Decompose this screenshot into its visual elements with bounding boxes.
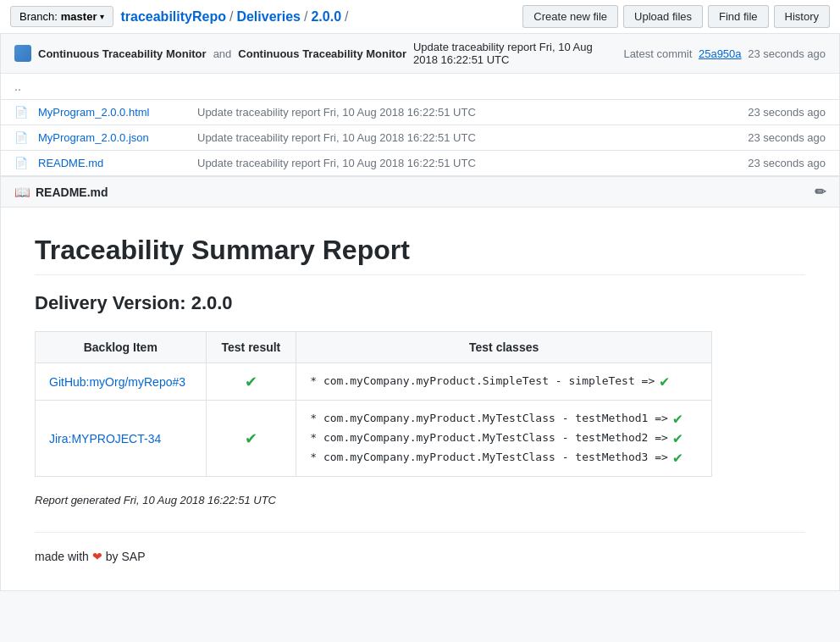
top-bar: Branch: master ▾ traceabilityRepo / Deli… [0, 0, 840, 34]
branch-selector[interactable]: Branch: master ▾ [10, 6, 113, 27]
col-header-test-result: Test result [206, 332, 296, 363]
test-classes-1: * com.myCompany.myProduct.SimpleTest - s… [296, 363, 712, 401]
edit-icon[interactable]: ✏ [815, 184, 826, 200]
made-with-text: made with [35, 550, 89, 563]
list-item: 📄 MyProgram_2.0.0.html Update traceabili… [1, 100, 839, 125]
breadcrumb-dir2[interactable]: 2.0.0 [311, 9, 341, 25]
col-header-backlog: Backlog Item [36, 332, 207, 363]
report-footer: Report generated Fri, 10 Aug 2018 16:22:… [35, 494, 805, 506]
breadcrumb-repo[interactable]: traceabilityRepo [120, 9, 225, 25]
commit-and: and [213, 47, 232, 60]
commit-authors-2: Continuous Traceability Monitor [238, 47, 406, 60]
commit-message: Update traceability report Fri, 10 Aug 2… [413, 41, 616, 66]
breadcrumb-sep2: / [304, 9, 307, 25]
checkmark-icon-m1: ✔ [673, 409, 682, 427]
history-button[interactable]: History [774, 5, 830, 28]
table-row: GitHub:myOrg/myRepo#3 ✔ * com.myCompany.… [36, 363, 712, 401]
latest-commit-label: Latest commit 25a950a 23 seconds ago [623, 47, 826, 60]
backlog-link-2[interactable]: Jira:MYPROJECT-34 [49, 432, 161, 446]
file-icon: 📄 [14, 106, 28, 119]
readme-header: 📖 README.md ✏ [1, 176, 839, 208]
latest-label: Latest commit [623, 47, 692, 60]
parent-dir-label: .. [14, 80, 21, 93]
breadcrumb-sep3: / [345, 9, 348, 25]
toolbar: Create new file Upload files Find file H… [522, 5, 830, 28]
list-item: 📄 MyProgram_2.0.0.json Update traceabili… [1, 125, 839, 151]
file-name-json[interactable]: MyProgram_2.0.0.json [38, 131, 191, 144]
breadcrumb: traceabilityRepo / Deliveries / 2.0.0 / [120, 9, 516, 25]
file-icon: 📄 [14, 157, 28, 169]
checkmark-icon-1: ✔ [245, 374, 257, 390]
file-commit-readme: Update traceability report Fri, 10 Aug 2… [197, 157, 741, 169]
heart-icon: ❤ [92, 550, 102, 563]
commit-hash[interactable]: 25a950a [699, 47, 742, 60]
find-file-button[interactable]: Find file [708, 5, 769, 28]
test-class-text: * com.myCompany.myProduct.SimpleTest - s… [310, 374, 655, 387]
book-icon: 📖 [14, 185, 30, 200]
made-by-sap: by SAP [106, 550, 146, 563]
file-commit-json: Update traceability report Fri, 10 Aug 2… [197, 131, 741, 144]
col-header-test-classes: Test classes [296, 332, 712, 363]
test-class-text-1: * com.myCompany.myProduct.MyTestClass - … [310, 412, 668, 424]
create-new-file-button[interactable]: Create new file [522, 5, 618, 28]
made-with: made with ❤ by SAP [35, 532, 805, 563]
checkmark-icon-m3: ✔ [673, 448, 682, 466]
chevron-down-icon: ▾ [100, 12, 104, 21]
table-row: Jira:MYPROJECT-34 ✔ * com.myCompany.myPr… [36, 401, 712, 477]
file-time-html: 23 seconds ago [748, 106, 826, 119]
branch-name: master [61, 10, 97, 23]
test-result-1: ✔ [206, 363, 296, 401]
delivery-label: Delivery Version: 2.0.0 [35, 292, 805, 314]
file-name-readme[interactable]: README.md [38, 157, 191, 169]
test-classes-2: * com.myCompany.myProduct.MyTestClass - … [296, 401, 712, 477]
report-title: Traceability Summary Report [35, 235, 805, 275]
file-time-readme: 23 seconds ago [748, 157, 826, 169]
backlog-item-1: GitHub:myOrg/myRepo#3 [36, 363, 207, 401]
list-item: .. [1, 74, 839, 100]
commit-time: 23 seconds ago [748, 47, 826, 60]
test-result-2: ✔ [206, 401, 296, 477]
test-class-text-2: * com.myCompany.myProduct.MyTestClass - … [310, 431, 668, 444]
backlog-item-2: Jira:MYPROJECT-34 [36, 401, 207, 477]
file-time-json: 23 seconds ago [748, 131, 826, 144]
backlog-link-1[interactable]: GitHub:myOrg/myRepo#3 [49, 375, 185, 389]
file-commit-html: Update traceability report Fri, 10 Aug 2… [197, 106, 741, 119]
upload-files-button[interactable]: Upload files [623, 5, 703, 28]
breadcrumb-sep1: / [229, 9, 233, 25]
commit-bar: Continuous Traceability Monitor and Cont… [1, 34, 839, 74]
file-list: .. 📄 MyProgram_2.0.0.html Update traceab… [1, 74, 839, 176]
report-table: Backlog Item Test result Test classes Gi… [35, 331, 712, 477]
main-container: Continuous Traceability Monitor and Cont… [0, 34, 840, 591]
test-class-text-3: * com.myCompany.myProduct.MyTestClass - … [310, 451, 668, 463]
list-item: 📄 README.md Update traceability report F… [1, 151, 839, 176]
breadcrumb-dir1[interactable]: Deliveries [236, 9, 301, 25]
commit-authors: Continuous Traceability Monitor [38, 47, 207, 60]
branch-label: Branch: [19, 10, 58, 23]
checkmark-icon-m2: ✔ [673, 429, 682, 446]
checkmark-icon-2: ✔ [245, 430, 257, 447]
file-name-html[interactable]: MyProgram_2.0.0.html [38, 106, 191, 119]
file-icon: 📄 [14, 131, 28, 144]
checkmark-icon: ✔ [660, 372, 669, 390]
readme-content: Traceability Summary Report Delivery Ver… [1, 208, 839, 590]
avatar [14, 45, 31, 62]
readme-title: README.md [36, 185, 108, 199]
